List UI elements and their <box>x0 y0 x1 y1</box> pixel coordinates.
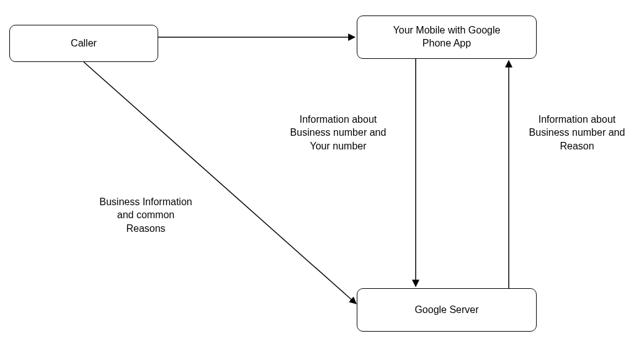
edge-label-mobile-to-server: Information about Business number and Yo… <box>276 99 400 152</box>
edge-label-caller-to-server: Business Information and common Reasons <box>84 182 208 235</box>
node-mobile-label: Your Mobile with Google Phone App <box>393 24 501 50</box>
edge-label-server-to-mobile: Information about Business number and Re… <box>515 99 639 152</box>
node-server: Google Server <box>357 288 537 332</box>
node-caller: Caller <box>9 25 158 62</box>
node-server-label: Google Server <box>414 304 478 317</box>
node-caller-label: Caller <box>71 37 97 50</box>
node-mobile: Your Mobile with Google Phone App <box>357 15 537 59</box>
